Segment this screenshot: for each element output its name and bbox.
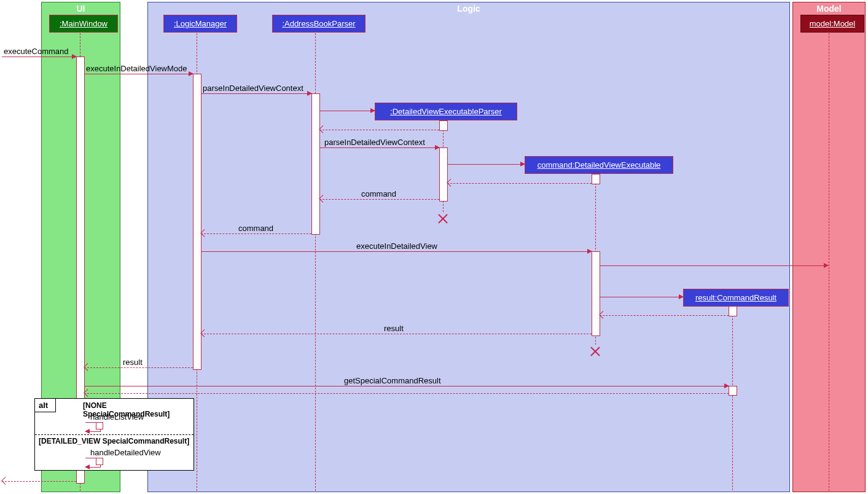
region-title-model: Model (816, 4, 841, 14)
destroy-dvep (437, 212, 449, 224)
arrow-return-cmd-dve (447, 183, 592, 184)
participant-cmd-dve: command:DetailedViewExecutable (525, 156, 673, 174)
activation-cmd-dve-2 (592, 251, 600, 336)
arrow-return-result1 (201, 334, 592, 335)
arrow-return-command1 (319, 199, 439, 200)
arrow-create-cmd-dve (447, 164, 525, 165)
region-logic: Logic (147, 2, 790, 492)
activation-cmd-dve-1 (592, 174, 600, 184)
participant-addressbookparser: :AddressBookParser (272, 15, 366, 33)
label-executeInDetailedViewMode: executeInDetailedViewMode (86, 64, 187, 73)
arrow-return-getSpecialCommandResult (84, 393, 729, 394)
arrow-to-model (600, 265, 828, 266)
region-title-ui: UI (77, 4, 85, 14)
arrow-final-return (2, 481, 76, 482)
destroy-cmd-dve (589, 345, 601, 357)
lifeline-model (829, 33, 829, 491)
alt-divider (35, 434, 194, 435)
label-executeCommand: executeCommand (4, 47, 69, 56)
alt-label: alt (35, 399, 56, 412)
arrow-create-dvep (319, 111, 375, 111)
label-executeInDetailedView: executeInDetailedView (356, 241, 437, 251)
activation-addressbookparser (311, 93, 320, 235)
lifeline-result-cr (732, 306, 733, 490)
region-title-logic: Logic (457, 4, 480, 14)
arrow-return-command2 (201, 233, 311, 235)
label-parseInDetailedViewContext2: parseInDetailedViewContext (324, 138, 425, 147)
activation-dvep-2 (439, 147, 448, 202)
arrow-parseInDetailedViewContext1 (201, 93, 311, 94)
participant-result-cr: result:CommandResult (683, 289, 789, 307)
alt-act-2 (96, 458, 103, 465)
arrow-return-result-create (600, 315, 729, 316)
label-getSpecialCommandResult: getSpecialCommandResult (344, 376, 441, 385)
alt-fragment: alt [NONE SpecialCommandResult] handleLi… (34, 398, 194, 471)
activation-result-cr (729, 306, 737, 316)
arrow-executeCommand (2, 57, 76, 57)
label-command1: command (361, 189, 396, 198)
activation-dvep-1 (439, 120, 448, 131)
label-command2: command (238, 224, 273, 233)
alt-msg-1: handleListView (90, 412, 144, 421)
arrow-executeInDetailedView (201, 251, 592, 252)
arrow-parseInDetailedViewContext2 (319, 147, 439, 148)
alt-guard-2: [DETAILED_VIEW SpecialCommandResult] (39, 437, 189, 445)
arrow-executeInDetailedViewMode (84, 74, 193, 74)
label-result1: result (384, 324, 404, 333)
participant-mainwindow: :MainWindow (49, 15, 118, 33)
participant-logicmanager: :LogicManager (163, 15, 237, 33)
label-result2: result (123, 358, 143, 367)
participant-dvep: :DetailedViewExecutableParser (375, 103, 517, 120)
activation-logicmanager (193, 74, 201, 370)
arrow-return-dvep (319, 130, 439, 131)
alt-act-1 (96, 422, 103, 429)
arrow-getSpecialCommandResult (84, 386, 729, 386)
participant-model: model:Model (800, 15, 864, 33)
activation-result-cr-2 (729, 386, 737, 396)
alt-msg-2: handleDetailedView (90, 448, 161, 457)
arrow-create-result (600, 297, 683, 297)
label-parseInDetailedViewContext1: parseInDetailedViewContext (203, 84, 303, 93)
arrow-return-result2 (84, 367, 193, 369)
